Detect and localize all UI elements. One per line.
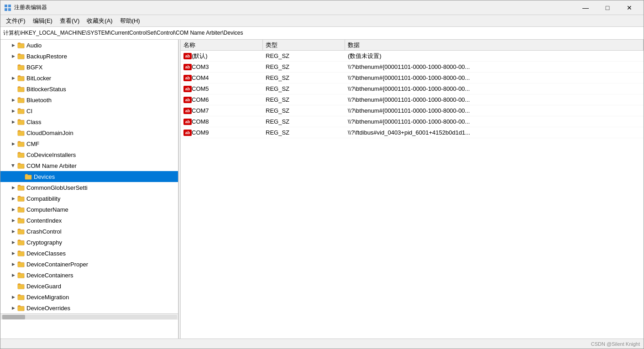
tree-arrow-cmf[interactable]: ▶ bbox=[10, 140, 17, 147]
folder-icon-deviceclasses bbox=[17, 250, 25, 257]
tree-arrow-deviceclasses[interactable]: ▶ bbox=[10, 250, 17, 257]
tree-arrow-cryptography[interactable]: ▶ bbox=[10, 239, 17, 246]
svg-rect-2 bbox=[5, 8, 7, 11]
tree-label-crashcontrol: CrashControl bbox=[26, 228, 62, 235]
folder-icon-devicemigration bbox=[17, 293, 25, 301]
menu-edit[interactable]: 编辑(E) bbox=[29, 16, 56, 26]
folder-icon-commonglobusersetti bbox=[17, 184, 25, 191]
reg-data-5: \\?\bthenum#{00001101-0000-1000-8000-00.… bbox=[345, 107, 644, 114]
reg-icon-2: ab bbox=[183, 75, 192, 81]
menu-help[interactable]: 帮助(H) bbox=[116, 16, 144, 26]
tree-arrow-deviceoverrides[interactable]: ▶ bbox=[10, 304, 17, 312]
tree-arrow-backuprestore[interactable]: ▶ bbox=[10, 52, 17, 60]
registry-row-1[interactable]: ab COM3REG_SZ\\?\bthenum#{00001101-0000-… bbox=[181, 62, 644, 73]
reg-name-text-0: (默认) bbox=[192, 52, 208, 60]
menu-favorites[interactable]: 收藏夹(A) bbox=[83, 16, 116, 26]
tree-item-bitlockerstatus[interactable]: ▶ BitlockerStatus bbox=[0, 83, 178, 94]
registry-row-0[interactable]: ab (默认)REG_SZ(数值未设置) bbox=[181, 51, 644, 62]
tree-item-bluetooth[interactable]: ▶ Bluetooth bbox=[0, 94, 178, 105]
maximize-button[interactable]: □ bbox=[597, 0, 618, 15]
menu-file[interactable]: 文件(F) bbox=[2, 16, 29, 26]
window-controls: — □ ✕ bbox=[575, 0, 640, 15]
tree-arrow-compatibility[interactable]: ▶ bbox=[10, 195, 17, 202]
registry-row-6[interactable]: ab COM8REG_SZ\\?\bthenum#{00001101-0000-… bbox=[181, 116, 644, 127]
tree-arrow-devicemigration[interactable]: ▶ bbox=[10, 293, 17, 301]
tree-item-backuprestore[interactable]: ▶ BackupRestore bbox=[0, 51, 178, 62]
reg-name-text-3: COM5 bbox=[192, 85, 209, 92]
reg-data-7: \\?\ftdibus#vid_0403+pid_6001+4152b0d1d1… bbox=[345, 129, 644, 136]
address-path: 计算机\HKEY_LOCAL_MACHINE\SYSTEM\CurrentCon… bbox=[3, 29, 243, 37]
reg-name-3: ab COM5 bbox=[181, 85, 263, 92]
tree-scrollbar[interactable] bbox=[0, 313, 178, 320]
tree-arrow-commonglobusersetti[interactable]: ▶ bbox=[10, 184, 17, 191]
tree-item-commonglobusersetti[interactable]: ▶ CommonGlobUserSetti bbox=[0, 182, 178, 193]
main-area: ▶ Audio▶ BackupRestore▶ BGFX▶ BitLocker▶… bbox=[0, 40, 644, 339]
tree-arrow-ci[interactable]: ▶ bbox=[10, 107, 17, 115]
tree-item-audio[interactable]: ▶ Audio bbox=[0, 40, 178, 51]
tree-item-compatibility[interactable]: ▶ Compatibility bbox=[0, 193, 178, 204]
tree-item-deviceclasses[interactable]: ▶ DeviceClasses bbox=[0, 248, 178, 259]
svg-rect-1 bbox=[8, 5, 11, 7]
tree-arrow-comnamearbiter[interactable]: ▶ bbox=[10, 162, 17, 169]
tree-label-bitlocker: BitLocker bbox=[26, 75, 51, 82]
tree-item-contentindex[interactable]: ▶ ContentIndex bbox=[0, 215, 178, 226]
tree-arrow-audio[interactable]: ▶ bbox=[10, 42, 17, 49]
folder-icon-cmf bbox=[17, 140, 25, 147]
tree-item-deviceoverrides[interactable]: ▶ DeviceOverrides bbox=[0, 302, 178, 313]
tree-item-deviceguard[interactable]: ▶ DeviceGuard bbox=[0, 281, 178, 292]
tree-item-class[interactable]: ▶ Class bbox=[0, 116, 178, 127]
tree-item-cryptography[interactable]: ▶ Cryptography bbox=[0, 237, 178, 248]
registry-row-3[interactable]: ab COM5REG_SZ\\?\bthenum#{00001101-0000-… bbox=[181, 83, 644, 94]
tree-arrow-computername[interactable]: ▶ bbox=[10, 206, 17, 213]
reg-name-7: ab COM9 bbox=[181, 129, 263, 136]
tree-panel: ▶ Audio▶ BackupRestore▶ BGFX▶ BitLocker▶… bbox=[0, 40, 178, 339]
folder-icon-devicecontainerproper bbox=[17, 260, 25, 268]
folder-icon-comnamearbiter bbox=[17, 162, 25, 169]
status-bar: CSDN @Silent Knight bbox=[0, 339, 644, 349]
tree-item-bitlocker[interactable]: ▶ BitLocker bbox=[0, 73, 178, 83]
tree-arrow-devicecontainerproper[interactable]: ▶ bbox=[10, 260, 17, 268]
tree-arrow-bluetooth[interactable]: ▶ bbox=[10, 96, 17, 104]
tree-arrow-contentindex[interactable]: ▶ bbox=[10, 217, 17, 224]
tree-label-bgfx: BGFX bbox=[26, 64, 42, 71]
tree-item-devices[interactable]: ▶ Devices bbox=[0, 171, 178, 182]
tree-item-devicemigration[interactable]: ▶ DeviceMigration bbox=[0, 292, 178, 302]
tree-label-deviceguard: DeviceGuard bbox=[26, 283, 61, 290]
tree-item-codeviceinstallers[interactable]: ▶ CoDeviceInstallers bbox=[0, 149, 178, 160]
tree-item-bgfx[interactable]: ▶ BGFX bbox=[0, 62, 178, 73]
minimize-button[interactable]: — bbox=[575, 0, 596, 15]
reg-icon-6: ab bbox=[183, 119, 192, 125]
registry-row-2[interactable]: ab COM4REG_SZ\\?\bthenum#{00001101-0000-… bbox=[181, 73, 644, 83]
folder-icon-bluetooth bbox=[17, 96, 25, 104]
reg-name-text-4: COM6 bbox=[192, 96, 209, 103]
tree-item-devicecontainers[interactable]: ▶ DeviceContainers bbox=[0, 270, 178, 281]
tree-arrow-bitlocker[interactable]: ▶ bbox=[10, 74, 17, 82]
tree-label-codeviceinstallers: CoDeviceInstallers bbox=[26, 151, 76, 158]
reg-name-text-1: COM3 bbox=[192, 63, 209, 70]
col-header-data: 数据 bbox=[345, 40, 644, 50]
tree-item-clouddomainjoin[interactable]: ▶ CloudDomainJoin bbox=[0, 127, 178, 138]
app-icon bbox=[4, 4, 11, 11]
tree-item-computername[interactable]: ▶ ComputerName bbox=[0, 204, 178, 215]
reg-data-4: \\?\bthenum#{00001101-0000-1000-8000-00.… bbox=[345, 96, 644, 103]
tree-label-class: Class bbox=[26, 119, 42, 125]
tree-item-ci[interactable]: ▶ CI bbox=[0, 105, 178, 116]
reg-type-1: REG_SZ bbox=[263, 63, 345, 70]
menu-view[interactable]: 查看(V) bbox=[56, 16, 83, 26]
registry-row-7[interactable]: ab COM9REG_SZ\\?\ftdibus#vid_0403+pid_60… bbox=[181, 127, 644, 138]
tree-arrow-class[interactable]: ▶ bbox=[10, 118, 17, 125]
registry-row-4[interactable]: ab COM6REG_SZ\\?\bthenum#{00001101-0000-… bbox=[181, 94, 644, 105]
tree-arrow-devicecontainers[interactable]: ▶ bbox=[10, 271, 17, 279]
tree-item-devicecontainerproper[interactable]: ▶ DeviceContainerProper bbox=[0, 259, 178, 270]
tree-item-cmf[interactable]: ▶ CMF bbox=[0, 138, 178, 149]
reg-type-7: REG_SZ bbox=[263, 129, 345, 136]
folder-icon-contentindex bbox=[17, 217, 25, 224]
reg-name-2: ab COM4 bbox=[181, 74, 263, 81]
close-button[interactable]: ✕ bbox=[619, 0, 640, 15]
reg-name-6: ab COM8 bbox=[181, 118, 263, 125]
tree-item-comnamearbiter[interactable]: ▶ COM Name Arbiter bbox=[0, 160, 178, 171]
folder-icon-backuprestore bbox=[17, 52, 25, 60]
registry-row-5[interactable]: ab COM7REG_SZ\\?\bthenum#{00001101-0000-… bbox=[181, 105, 644, 116]
tree-arrow-crashcontrol[interactable]: ▶ bbox=[10, 228, 17, 235]
tree-item-crashcontrol[interactable]: ▶ CrashControl bbox=[0, 226, 178, 237]
